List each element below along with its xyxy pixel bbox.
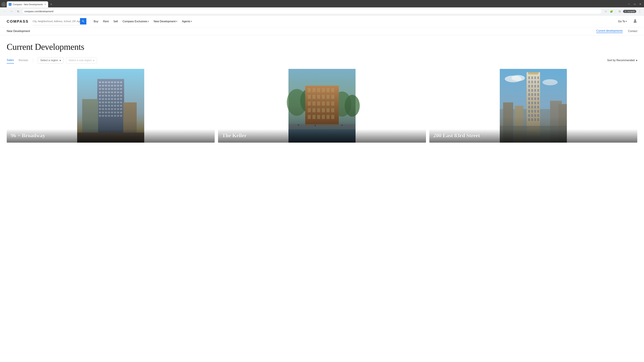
close-window-button[interactable]: ✕ [638,2,643,6]
sort-dropdown-label: Sort by Recommended [607,59,634,62]
tab-favicon [9,3,12,6]
development-card-3[interactable]: 200 East 83rd Street [429,69,637,143]
profile-button[interactable]: ⊡ [617,9,622,14]
goto-button[interactable]: Go To ▾ [616,18,629,24]
card-overlay-3: 200 East 83rd Street [429,129,637,143]
svg-point-2 [626,11,626,12]
incognito-label: Incognito [628,10,635,12]
bookmark-button[interactable]: ☆ [604,9,608,14]
goto-chevron: ▾ [626,20,627,22]
nav-links: Buy Rent Sell Compass Exclusives ▾ New D… [92,18,194,24]
region-dropdown-label: Select a region [40,59,58,62]
card-overlay-1: 96 + Broadway [7,129,215,143]
sub-nav-title: New Development [7,29,30,33]
menu-button[interactable]: ⋮ [637,9,642,14]
nav-buy[interactable]: Buy [92,18,100,24]
compass-logo: COMPASS [7,19,29,24]
region-dropdown-chevron: ▾ [60,59,61,62]
development-card-1[interactable]: 96 + Broadway [7,69,215,143]
active-tab[interactable]: Compass - New Developments × [7,1,48,7]
new-tab-button[interactable]: + [49,2,54,7]
user-account-button[interactable] [633,19,637,24]
new-development-chevron: ▾ [176,20,177,22]
search-bar[interactable] [33,17,86,25]
back-button[interactable]: ← [2,9,8,14]
nav-new-development[interactable]: New Development ▾ [152,18,179,24]
goto-label: Go To [618,20,625,23]
sub-nav-contact[interactable]: Contact [628,29,637,33]
region-dropdown[interactable]: Select a region ▾ [38,57,64,63]
filter-tab-rentals[interactable]: Rentals [18,57,28,63]
top-nav: COMPASS Buy Rent Sell Compass Exclusives… [0,15,644,27]
nav-compass-exclusives[interactable]: Compass Exclusives ▾ [120,18,151,24]
card-overlay-2: The Keller [218,129,426,143]
sub-nav: New Development Current developments Con… [0,27,644,35]
filter-divider [33,58,33,62]
sub-region-dropdown-label: Select a sub-region [68,59,92,62]
extensions-button[interactable]: 🧩 [609,9,614,14]
sub-region-dropdown[interactable]: Select a sub-region ▾ [66,57,97,63]
card-title-1: 96 + Broadway [11,132,211,139]
main-content: Current Developments Sales Rentals Selec… [0,35,644,143]
sub-nav-current-developments[interactable]: Current developments [596,29,622,33]
card-title-2: The Keller [222,132,422,139]
svg-point-1 [10,4,10,5]
tab-switcher-button[interactable]: ⌄ [1,2,6,7]
nav-sell[interactable]: Sell [111,18,120,24]
browser-chrome: ⌄ Compass - New Developments × + − ▭ ✕ ←… [0,0,644,15]
forward-button[interactable]: → [9,9,14,14]
nav-rent[interactable]: Rent [101,18,111,24]
search-input[interactable] [33,20,80,23]
tab-bar: ⌄ Compass - New Developments × + − ▭ ✕ [0,0,644,7]
sub-region-dropdown-chevron: ▾ [93,59,94,62]
sort-dropdown[interactable]: Sort by Recommended ▾ [607,59,637,62]
page-content: COMPASS Buy Rent Sell Compass Exclusives… [0,15,644,362]
nav-agents[interactable]: Agents ▾ [180,18,194,24]
incognito-badge: Incognito [623,10,636,13]
tab-title: Compass - New Developments [13,3,43,6]
browser-toolbar: ← → ↻ ☆ 🧩 ⊡ Incognito ⋮ [0,7,644,15]
page-title: Current Developments [7,42,637,52]
compass-exclusives-chevron: ▾ [148,20,149,22]
minimize-button[interactable]: − [626,2,631,6]
address-bar[interactable] [22,9,602,14]
card-title-3: 200 East 83rd Street [433,132,633,139]
url-input[interactable] [24,10,600,13]
tab-close-button[interactable]: × [44,3,46,6]
maximize-button[interactable]: ▭ [632,2,637,6]
filter-tab-sales[interactable]: Sales [7,57,14,63]
reload-button[interactable]: ↻ [16,9,21,14]
filter-bar: Sales Rentals Select a region ▾ Select a… [7,57,637,63]
sort-dropdown-chevron: ▾ [636,59,637,62]
development-card-2[interactable]: The Keller [218,69,426,143]
cards-grid: 96 + Broadway [7,69,637,143]
search-button[interactable] [80,18,86,24]
sub-nav-links: Current developments Contact [596,29,637,33]
agents-chevron: ▾ [191,20,192,22]
toolbar-actions: ☆ 🧩 ⊡ Incognito ⋮ [604,9,642,14]
